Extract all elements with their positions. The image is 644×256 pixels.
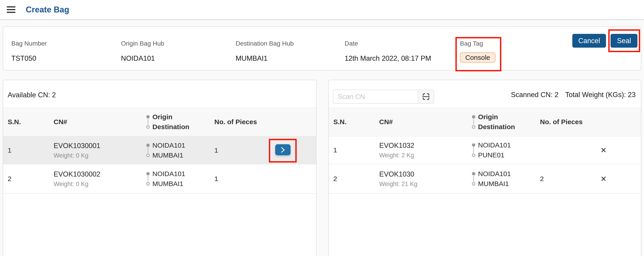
remove-cn-icon[interactable]: ✕: [597, 136, 610, 164]
row-pieces: 2: [540, 164, 544, 193]
row-cn-cell: EVOK1030002 Weight: 0 Kg: [54, 164, 100, 193]
cn-weight: Weight: 0 Kg: [54, 152, 100, 159]
row-sn: 2: [333, 164, 337, 193]
cn-weight: Weight: 0 Kg: [54, 180, 100, 188]
remove-cn-icon[interactable]: ✕: [597, 164, 610, 193]
transfer-cn-button[interactable]: [275, 144, 290, 155]
destination-column-label: Destination: [478, 123, 515, 131]
create-bag-screen: Create Bag Bag Number TST050 Origin Bag …: [0, 0, 644, 256]
available-row-1: 1 EVOK1030001 Weight: 0 Kg NOIDA101: [3, 136, 316, 164]
column-header-sn: S.N.: [333, 108, 346, 136]
row-origin-destination: NOIDA101 MUMBAI1: [146, 136, 185, 164]
scanned-cn-panel: Scanned CN: 2 Total Weight (KGs): 23 S.N…: [328, 80, 641, 256]
row-origin: NOIDA101: [478, 141, 511, 149]
column-header-sn: S.N.: [8, 108, 21, 136]
date-field: Date 12th March 2022, 08:17 PM: [344, 40, 431, 63]
row-cn-cell: EVOK1030 Weight: 21 Kg: [379, 164, 418, 193]
row-origin: NOIDA101: [478, 170, 511, 178]
origin-destination-icon: [472, 170, 475, 188]
origin-bag-hub-label: Origin Bag Hub: [121, 40, 164, 47]
seal-button[interactable]: Seal: [610, 34, 638, 48]
scanned-row-1: 1 EVOK1032 Weight: 2 Kg NOIDA101 PUN: [329, 136, 641, 164]
scanned-row-2: 2 EVOK1030 Weight: 21 Kg NOIDA101 MU: [329, 164, 641, 194]
row-sn: 2: [8, 164, 12, 193]
destination-bag-hub-field: Destination Bag Hub MUMBAI1: [236, 40, 294, 63]
bag-tag-label: Bag Tag: [460, 40, 496, 47]
row-cn-cell: EVOK1030001 Weight: 0 Kg: [54, 136, 100, 164]
column-header-origin-destination: Origin Destination: [146, 108, 189, 136]
scanned-cn-count: Scanned CN: 2: [511, 91, 558, 99]
date-label: Date: [344, 40, 431, 47]
available-table-header: S.N. CN# Origin Destination No. of Piece…: [3, 107, 316, 136]
row-cn-cell: EVOK1032 Weight: 2 Kg: [379, 136, 414, 164]
column-header-cn: CN#: [379, 108, 393, 136]
bag-number-label: Bag Number: [11, 40, 47, 47]
cancel-button[interactable]: Cancel: [572, 34, 606, 48]
top-bar: Create Bag: [0, 0, 644, 20]
scanned-table-header: S.N. CN# Origin Destination No. of Piece…: [329, 107, 641, 136]
destination-bag-hub-label: Destination Bag Hub: [236, 40, 294, 47]
chevron-right-icon: [280, 146, 286, 153]
cn-number: EVOK1032: [379, 141, 414, 150]
origin-column-label: Origin: [478, 113, 515, 121]
cn-weight: Weight: 21 Kg: [379, 180, 418, 188]
scan-cn-input[interactable]: [333, 90, 418, 104]
row-origin: NOIDA101: [152, 141, 185, 149]
bag-summary-card: Bag Number TST050 Origin Bag Hub NOIDA10…: [3, 26, 641, 70]
column-header-pieces: No. of Pieces: [540, 108, 582, 136]
scan-stats: Scanned CN: 2 Total Weight (KGs): 23: [511, 80, 636, 110]
row-destination: PUNE01: [478, 151, 511, 159]
row-destination: MUMBAI1: [478, 180, 511, 188]
row-sn: 1: [8, 136, 12, 164]
row-pieces: 1: [214, 136, 218, 164]
row-destination: MUMBAI1: [152, 151, 185, 159]
origin-bag-hub-field: Origin Bag Hub NOIDA101: [121, 40, 164, 63]
origin-column-label: Origin: [152, 113, 189, 121]
destination-column-label: Destination: [152, 123, 189, 131]
bag-number-field: Bag Number TST050: [11, 40, 47, 63]
origin-destination-icon: [146, 170, 150, 188]
row-sn: 1: [333, 136, 337, 164]
bag-tag-console-chip[interactable]: Console: [460, 52, 496, 63]
row-pieces: 1: [214, 164, 218, 193]
origin-destination-icon: [472, 141, 475, 159]
cn-weight: Weight: 2 Kg: [379, 152, 414, 159]
column-header-origin-destination: Origin Destination: [472, 108, 515, 136]
total-weight: Total Weight (KGs): 23: [565, 91, 636, 99]
column-header-cn: CN#: [54, 108, 67, 136]
row-origin-destination: NOIDA101 MUMBAI1: [472, 164, 511, 193]
origin-destination-icon: [472, 113, 475, 131]
row-origin: NOIDA101: [152, 170, 185, 178]
origin-destination-icon: [146, 113, 150, 131]
scan-barcode-button[interactable]: [418, 90, 434, 104]
destination-bag-hub-value: MUMBAI1: [236, 54, 294, 63]
row-destination: MUMBAI1: [152, 180, 185, 188]
row-origin-destination: NOIDA101 MUMBAI1: [146, 164, 185, 193]
date-value: 12th March 2022, 08:17 PM: [344, 54, 431, 63]
available-cn-count: Available CN: 2: [8, 91, 56, 99]
bag-tag-field: Bag Tag Console: [460, 40, 496, 63]
available-row-2: 2 EVOK1030002 Weight: 0 Kg NOIDA101: [3, 164, 316, 194]
hamburger-menu-icon[interactable]: [7, 6, 16, 13]
column-header-pieces: No. of Pieces: [214, 108, 257, 136]
bag-number-value: TST050: [11, 54, 47, 63]
available-cn-panel: Available CN: 2 S.N. CN# Origin Destinat…: [3, 80, 316, 256]
cn-number: EVOK1030: [379, 170, 418, 178]
cn-number: EVOK1030002: [54, 170, 100, 178]
scan-frame-icon: [422, 92, 430, 101]
row-origin-destination: NOIDA101 PUNE01: [472, 136, 511, 164]
origin-destination-icon: [146, 141, 150, 159]
origin-bag-hub-value: NOIDA101: [121, 54, 164, 63]
page-title: Create Bag: [26, 5, 69, 14]
scan-cn-group: [333, 90, 434, 104]
cn-number: EVOK1030001: [54, 142, 100, 150]
